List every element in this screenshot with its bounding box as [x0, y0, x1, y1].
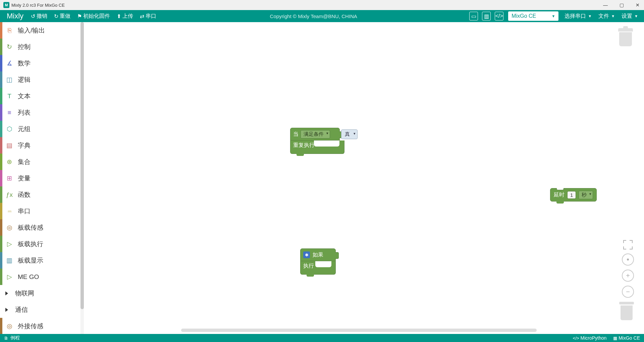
category-color-bar: [0, 55, 2, 71]
title-bar: M Mixly 2.0 rc3 For MixGo CE — ▢ ✕: [0, 0, 644, 10]
category-18[interactable]: ◎外接传感: [0, 318, 84, 334]
category-label: 变量: [16, 174, 31, 183]
category-color-bar: [0, 170, 2, 186]
layout-toggle-1[interactable]: ▭: [469, 12, 478, 20]
status-board: ▦ MixGo CE: [613, 335, 640, 341]
category-label: 元组: [16, 125, 31, 133]
category-0[interactable]: ⎘输入/输出: [0, 22, 84, 39]
true-value-block[interactable]: 真: [341, 129, 358, 139]
if-do-label: 执行: [303, 263, 314, 269]
category-12[interactable]: ◎板载传感: [0, 219, 84, 236]
category-17[interactable]: 通信: [0, 301, 84, 318]
category-8[interactable]: ⊛集合: [0, 154, 84, 170]
example-icon: 🗎: [4, 336, 8, 341]
if-block[interactable]: ✱ 如果 执行: [300, 248, 336, 275]
category-icon: ◫: [2, 76, 16, 83]
category-icon: T: [2, 93, 16, 100]
category-color-bar: [0, 219, 2, 236]
category-color-bar: [0, 318, 2, 334]
gear-icon[interactable]: ✱: [303, 251, 310, 258]
category-label: 列表: [16, 108, 31, 117]
chevron-down-icon: ▼: [634, 14, 638, 18]
category-icon: [2, 308, 14, 312]
category-2[interactable]: ∡数学: [0, 55, 84, 71]
delay-label: 延时: [554, 191, 565, 198]
code-toggle[interactable]: </>: [495, 12, 503, 20]
category-9[interactable]: ⊞变量: [0, 170, 84, 186]
delay-block[interactable]: 延时 1 秒: [550, 188, 597, 202]
while-block[interactable]: 当 满足条件 重复执行: [290, 128, 344, 154]
backpack-icon[interactable]: [617, 28, 634, 48]
category-13[interactable]: ▷板载执行: [0, 236, 84, 252]
category-label: 字典: [16, 141, 31, 150]
workspace-controls: + −: [622, 240, 634, 298]
category-icon: ▥: [2, 256, 16, 264]
category-label: 板载执行: [16, 240, 43, 248]
center-button[interactable]: [622, 253, 634, 266]
category-label: 控制: [16, 43, 31, 51]
category-3[interactable]: ◫逻辑: [0, 71, 84, 88]
menu-bar: Mixly ↺撤销 ↻重做 ⚑初始化固件 ⬆上传 ⇄串口 Copyright ©…: [0, 10, 644, 22]
category-color-bar: [0, 88, 2, 104]
sidebar-scrollbar-thumb[interactable]: [80, 22, 84, 309]
fullscreen-button[interactable]: [623, 240, 633, 249]
category-1[interactable]: ↻控制: [0, 39, 84, 55]
file-menu[interactable]: 文件▼: [595, 13, 618, 20]
status-lang: </> MicroPython: [573, 335, 607, 341]
delay-unit-dropdown[interactable]: 秒: [579, 191, 593, 199]
undo-button[interactable]: ↺撤销: [28, 10, 51, 22]
brand-label: Mixly: [3, 12, 28, 20]
category-icon: [2, 291, 14, 295]
category-label: 串口: [16, 207, 31, 216]
category-6[interactable]: ⬡元组: [0, 121, 84, 137]
redo-button[interactable]: ↻重做: [51, 10, 74, 22]
minimize-button[interactable]: —: [602, 2, 608, 8]
firmware-icon: ⚑: [77, 13, 82, 19]
status-example[interactable]: 例程: [10, 335, 20, 341]
category-icon: ⊞: [2, 174, 16, 182]
upload-button[interactable]: ⬆上传: [113, 10, 137, 22]
workspace[interactable]: 当 满足条件 重复执行 真 ✱ 如果 执行 延时 1 秒: [84, 22, 644, 334]
category-label: ME GO: [16, 273, 39, 281]
maximize-button[interactable]: ▢: [619, 2, 625, 8]
category-label: 数学: [16, 59, 31, 68]
category-color-bar: [0, 154, 2, 170]
category-4[interactable]: T文本: [0, 88, 84, 104]
close-button[interactable]: ✕: [635, 2, 641, 8]
delay-value-input[interactable]: 1: [567, 191, 576, 199]
settings-menu[interactable]: 设置▼: [618, 13, 641, 20]
category-color-bar: [0, 71, 2, 88]
category-icon: ≡: [2, 109, 16, 116]
board-select[interactable]: MixGo CE▼: [508, 11, 558, 21]
init-firmware-button[interactable]: ⚑初始化固件: [74, 10, 113, 22]
chip-icon: ▦: [613, 336, 617, 341]
category-sidebar: ⎘输入/输出↻控制∡数学◫逻辑T文本≡列表⬡元组▤字典⊛集合⊞变量ƒx函数⎓串口…: [0, 22, 84, 334]
category-icon: ⎘: [2, 27, 16, 34]
category-11[interactable]: ⎓串口: [0, 203, 84, 219]
serial-button[interactable]: ⇄串口: [137, 10, 160, 22]
while-condition-dropdown[interactable]: 满足条件: [301, 130, 330, 138]
category-5[interactable]: ≡列表: [0, 104, 84, 121]
category-15[interactable]: ▷ME GO: [0, 269, 84, 285]
category-color-bar: [0, 203, 2, 219]
port-select[interactable]: 选择串口▼: [561, 13, 595, 20]
category-icon: ⊛: [2, 158, 16, 166]
category-16[interactable]: 物联网: [0, 285, 84, 301]
workspace-h-scrollbar[interactable]: [181, 329, 537, 332]
main-area: ⎘输入/输出↻控制∡数学◫逻辑T文本≡列表⬡元组▤字典⊛集合⊞变量ƒx函数⎓串口…: [0, 22, 644, 334]
category-icon: ⎓: [2, 208, 16, 215]
zoom-out-button[interactable]: −: [622, 286, 634, 298]
category-10[interactable]: ƒx函数: [0, 186, 84, 203]
category-color-bar: [0, 236, 2, 252]
category-icon: ◎: [2, 322, 16, 330]
category-14[interactable]: ▥板载显示: [0, 252, 84, 269]
layout-toggle-2[interactable]: ▥: [482, 12, 491, 20]
status-bar: 🗎 例程 </> MicroPython ▦ MixGo CE: [0, 334, 644, 342]
zoom-in-button[interactable]: +: [622, 270, 634, 282]
trash-icon[interactable]: [619, 302, 634, 321]
category-label: 物联网: [14, 289, 34, 298]
serial-icon: ⇄: [140, 13, 144, 19]
if-label: 如果: [313, 251, 323, 259]
category-icon: ▤: [2, 141, 16, 149]
category-7[interactable]: ▤字典: [0, 137, 84, 154]
